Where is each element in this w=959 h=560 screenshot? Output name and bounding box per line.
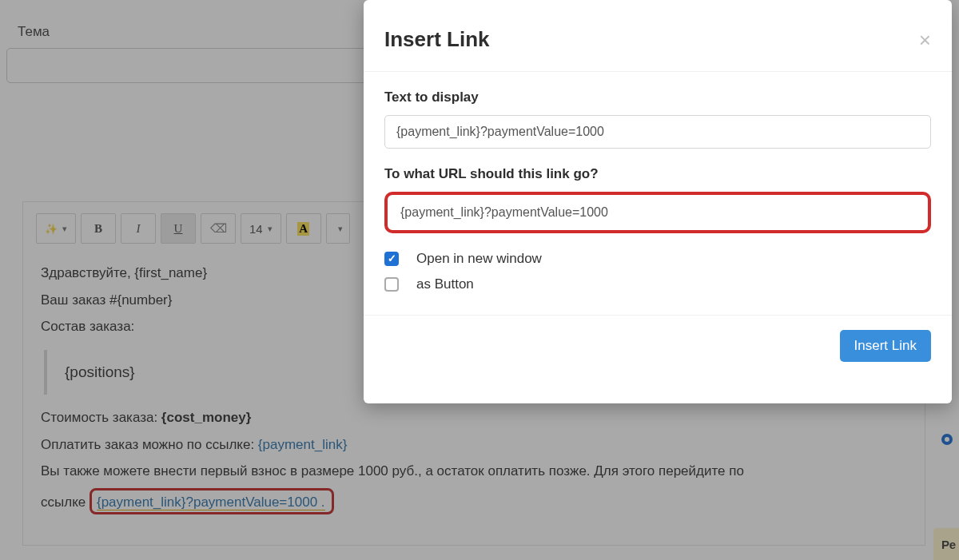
as-button-checkbox[interactable] — [384, 277, 399, 292]
insert-link-modal: Insert Link × Text to display To what UR… — [364, 0, 952, 403]
text-to-display-input[interactable] — [384, 115, 931, 149]
modal-title: Insert Link — [384, 27, 489, 52]
url-input-highlight — [384, 192, 931, 233]
close-icon[interactable]: × — [919, 30, 931, 50]
url-label: To what URL should this link go? — [384, 166, 931, 182]
text-to-display-label: Text to display — [384, 89, 931, 105]
insert-link-button[interactable]: Insert Link — [840, 330, 931, 362]
open-new-window-label: Open in new window — [416, 251, 542, 267]
url-input[interactable] — [389, 197, 926, 228]
as-button-label: as Button — [416, 276, 474, 292]
open-new-window-checkbox[interactable] — [384, 252, 399, 266]
